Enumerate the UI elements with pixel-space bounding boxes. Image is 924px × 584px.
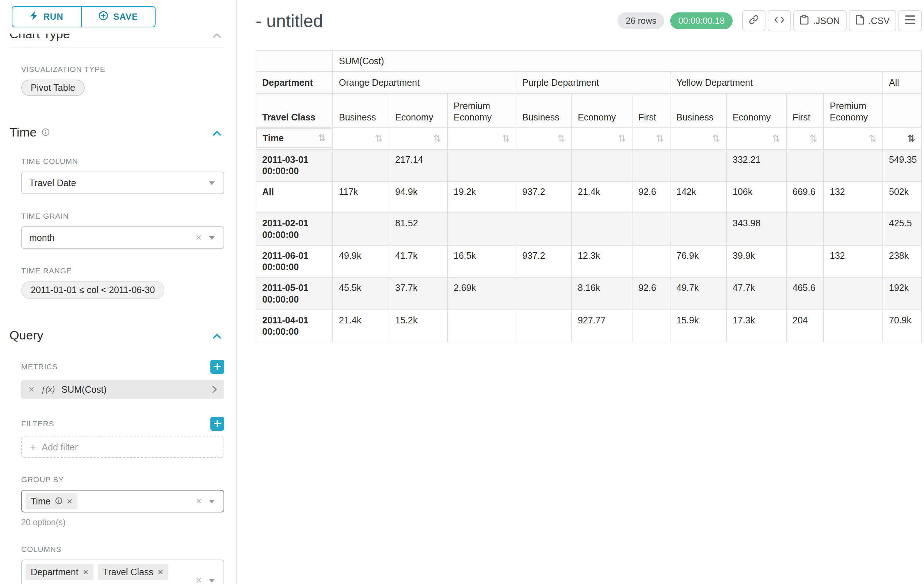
save-button[interactable]: SAVE bbox=[81, 6, 155, 27]
info-icon[interactable] bbox=[55, 496, 63, 507]
metrics-label: METRICS bbox=[21, 362, 58, 371]
chevron-down-icon[interactable] bbox=[209, 500, 215, 503]
chart-header: - untitled 26 rows 00:00:00.18 .JSON bbox=[256, 10, 922, 31]
collapse-chevron-up-icon[interactable] bbox=[213, 125, 221, 139]
value-cell: 94.9k bbox=[389, 181, 447, 213]
chevron-right-icon[interactable] bbox=[212, 383, 217, 396]
value-cell: 81.52 bbox=[389, 213, 447, 245]
sort-icon[interactable]: ⇅ bbox=[502, 133, 510, 144]
add-filter-plus-button[interactable] bbox=[210, 417, 224, 431]
menu-button[interactable] bbox=[898, 10, 922, 31]
sort-cell[interactable]: ⇅ bbox=[516, 128, 572, 149]
column-header-empty bbox=[883, 94, 921, 128]
metrics-label-row: METRICS bbox=[21, 360, 224, 374]
options-count: 20 option(s) bbox=[21, 518, 224, 527]
remove-tag-icon[interactable]: × bbox=[83, 567, 88, 577]
column-header: First bbox=[786, 94, 823, 128]
time-section-header[interactable]: Time bbox=[10, 125, 224, 140]
value-cell: 19.2k bbox=[447, 181, 516, 213]
sort-cell[interactable]: ⇅ bbox=[333, 128, 389, 149]
chart-type-section-header[interactable]: Chart Type bbox=[10, 34, 224, 41]
clear-icon[interactable]: × bbox=[196, 232, 201, 243]
columns-select[interactable]: Department × Travel Class × × bbox=[21, 559, 224, 584]
sort-icon[interactable]: ⇅ bbox=[868, 133, 876, 144]
query-section-header[interactable]: Query bbox=[10, 328, 224, 342]
sort-icon[interactable]: ⇅ bbox=[433, 133, 441, 144]
metric-pill[interactable]: × ƒ(x) SUM(Cost) bbox=[21, 380, 224, 399]
sort-cell[interactable]: ⇅ bbox=[632, 128, 670, 149]
value-cell bbox=[823, 277, 883, 310]
viz-type-control: VISUALIZATION TYPE Pivot Table bbox=[21, 65, 224, 96]
sort-icon[interactable]: ⇅ bbox=[772, 133, 780, 144]
value-cell: 92.6 bbox=[632, 277, 670, 310]
tag-label: Travel Class bbox=[103, 567, 153, 577]
chevron-down-icon[interactable] bbox=[209, 579, 215, 582]
value-cell bbox=[572, 213, 632, 245]
sort-icon[interactable]: ⇅ bbox=[618, 133, 626, 144]
chevron-down-icon[interactable] bbox=[209, 181, 215, 185]
sort-cell[interactable]: ⇅ bbox=[572, 128, 632, 149]
sort-icon[interactable]: ⇅ bbox=[809, 133, 817, 144]
remove-tag-icon[interactable]: × bbox=[67, 497, 72, 506]
sort-icon[interactable]: ⇅ bbox=[318, 132, 326, 144]
sort-cell[interactable]: ⇅ bbox=[883, 128, 921, 149]
chevron-down-icon[interactable] bbox=[209, 236, 215, 240]
save-button-label: SAVE bbox=[113, 12, 138, 22]
info-icon[interactable] bbox=[42, 125, 50, 139]
download-csv-button[interactable]: .CSV bbox=[849, 10, 896, 31]
time-grain-select[interactable]: month × bbox=[21, 226, 224, 249]
sort-cell[interactable]: ⇅ bbox=[447, 128, 516, 149]
download-json-button[interactable]: .JSON bbox=[793, 10, 846, 31]
column-header: Premium Economy bbox=[823, 94, 883, 128]
columns-tag-travel-class[interactable]: Travel Class × bbox=[98, 564, 168, 580]
value-cell: 669.6 bbox=[786, 181, 823, 213]
remove-metric-icon[interactable]: × bbox=[28, 384, 34, 395]
clear-icon[interactable]: × bbox=[196, 496, 201, 506]
query-section-title: Query bbox=[10, 328, 43, 342]
sort-icon[interactable]: ⇅ bbox=[375, 133, 383, 144]
sort-cell[interactable]: ⇅ bbox=[786, 128, 823, 149]
sort-icon[interactable]: ⇅ bbox=[907, 133, 915, 144]
group-by-tag-time[interactable]: Time × bbox=[26, 493, 78, 509]
sort-icon[interactable]: ⇅ bbox=[557, 133, 565, 144]
filters-label-row: FILTERS bbox=[21, 417, 224, 431]
run-button[interactable]: RUN bbox=[12, 6, 82, 27]
add-metric-button[interactable] bbox=[210, 360, 224, 374]
sidebar-scroll-area[interactable]: Chart Type VISUALIZATION TYPE Pivot Tabl… bbox=[0, 34, 236, 584]
chart-title: - untitled bbox=[256, 11, 323, 31]
collapse-chevron-up-icon[interactable] bbox=[213, 329, 221, 342]
clear-icon[interactable]: × bbox=[196, 575, 201, 584]
add-filter-button[interactable]: + Add filter bbox=[21, 436, 224, 458]
time-range-pill[interactable]: 2011-01-01 ≤ col < 2011-06-30 bbox=[21, 281, 164, 299]
time-column-select[interactable]: Travel Date bbox=[21, 171, 224, 194]
table-row: 2011-03-01 00:00:00217.14332.21549.35 bbox=[256, 149, 921, 182]
value-cell bbox=[333, 149, 389, 182]
value-cell bbox=[516, 277, 572, 310]
sort-cell[interactable]: ⇅ bbox=[823, 128, 883, 149]
sort-cell[interactable]: ⇅ bbox=[389, 128, 447, 149]
chart-type-title: Chart Type bbox=[10, 34, 70, 41]
columns-tag-department[interactable]: Department × bbox=[26, 564, 94, 580]
viz-type-pill[interactable]: Pivot Table bbox=[21, 80, 85, 96]
value-cell: 45.5k bbox=[333, 277, 389, 310]
group-by-select[interactable]: Time × × bbox=[21, 490, 224, 512]
table-row: 2011-06-01 00:00:0049.9k41.7k16.5k937.21… bbox=[256, 245, 921, 278]
value-cell bbox=[632, 310, 670, 342]
row-header: 2011-06-01 00:00:00 bbox=[256, 245, 333, 278]
sidebar-header: RUN SAVE bbox=[0, 0, 236, 34]
remove-tag-icon[interactable]: × bbox=[158, 567, 163, 577]
viz-type-label: VISUALIZATION TYPE bbox=[21, 65, 224, 74]
time-axis-cell: Time ⇅ bbox=[256, 128, 332, 148]
sort-cell[interactable]: ⇅ bbox=[670, 128, 726, 149]
clipboard-icon bbox=[800, 15, 808, 27]
value-cell bbox=[516, 213, 572, 245]
value-cell bbox=[516, 310, 572, 342]
embed-code-button[interactable] bbox=[768, 10, 791, 31]
sort-icon[interactable]: ⇅ bbox=[712, 133, 720, 144]
copy-link-button[interactable] bbox=[742, 10, 766, 31]
sort-cell[interactable]: ⇅ bbox=[726, 128, 786, 149]
plus-icon bbox=[214, 361, 221, 373]
value-cell: 15.9k bbox=[670, 310, 726, 342]
sort-icon[interactable]: ⇅ bbox=[656, 133, 664, 144]
value-cell: 15.2k bbox=[389, 310, 447, 342]
